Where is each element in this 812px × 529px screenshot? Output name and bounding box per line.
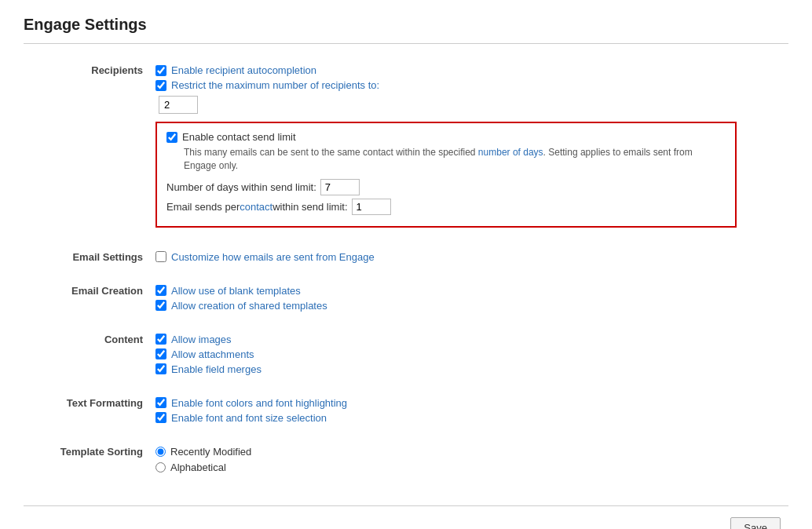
recipients-row: Recipients Enable recipient autocompleti… xyxy=(24,60,788,237)
save-button[interactable]: Save xyxy=(730,517,781,529)
email-creation-content: Allow use of blank templates Allow creat… xyxy=(149,280,788,319)
text-formatting-row: Text Formatting Enable font colors and f… xyxy=(24,392,788,432)
allow-attachments-row: Allow attachments xyxy=(155,348,782,360)
max-recipients-checkbox[interactable] xyxy=(155,80,166,91)
recipients-content: Enable recipient autocompletion Restrict… xyxy=(149,60,788,237)
alphabetical-label[interactable]: Alphabetical xyxy=(170,462,226,473)
email-sends-label2: contact xyxy=(240,201,272,213)
send-limit-desc: This many emails can be sent to the same… xyxy=(184,146,726,173)
autocompletion-label[interactable]: Enable recipient autocompletion xyxy=(171,64,316,76)
content-row: Content Allow images Allow attachments E… xyxy=(24,329,788,383)
email-sends-label1: Email sends per xyxy=(166,201,240,213)
days-row: Number of days within send limit: xyxy=(166,179,726,195)
shared-templates-row: Allow creation of shared templates xyxy=(155,300,782,312)
font-colors-row: Enable font colors and font highlighting xyxy=(155,397,782,409)
recently-modified-label[interactable]: Recently Modified xyxy=(170,446,251,458)
blank-templates-label[interactable]: Allow use of blank templates xyxy=(171,285,301,297)
max-recipients-input[interactable] xyxy=(159,96,198,114)
max-recipients-label[interactable]: Restrict the maximum number of recipient… xyxy=(171,79,379,91)
recently-modified-radio[interactable] xyxy=(155,447,166,457)
send-limit-label[interactable]: Enable contact send limit xyxy=(182,131,296,143)
text-formatting-content: Enable font colors and font highlighting… xyxy=(149,392,788,432)
settings-table: Recipients Enable recipient autocompleti… xyxy=(24,60,788,482)
autocompletion-checkbox[interactable] xyxy=(155,65,166,76)
days-label: Number of days within send limit: xyxy=(166,181,316,193)
allow-attachments-checkbox[interactable] xyxy=(155,348,166,359)
send-limit-checkbox[interactable] xyxy=(166,132,177,143)
send-limit-desc1: This many emails can be sent to the same… xyxy=(184,147,478,158)
email-creation-label: Email Creation xyxy=(24,280,149,319)
spacer3 xyxy=(24,319,788,329)
send-limit-checkbox-row: Enable contact send limit xyxy=(166,131,726,143)
email-settings-row: Email Settings Customize how emails are … xyxy=(24,246,788,271)
text-formatting-label: Text Formatting xyxy=(24,392,149,432)
email-settings-content: Customize how emails are sent from Engag… xyxy=(149,246,788,271)
allow-images-checkbox[interactable] xyxy=(155,334,166,345)
page-title: Engage Settings xyxy=(24,16,788,44)
font-colors-label[interactable]: Enable font colors and font highlighting xyxy=(171,397,347,409)
template-sorting-content: Recently Modified Alphabetical xyxy=(149,441,788,482)
font-size-label[interactable]: Enable font and font size selection xyxy=(171,412,327,424)
template-sorting-row: Template Sorting Recently Modified Alpha… xyxy=(24,441,788,482)
customize-row: Customize how emails are sent from Engag… xyxy=(155,251,782,263)
autocompletion-row: Enable recipient autocompletion xyxy=(155,64,782,76)
send-limit-box: Enable contact send limit This many emai… xyxy=(155,122,737,228)
alphabetical-row: Alphabetical xyxy=(155,462,782,473)
content-content: Allow images Allow attachments Enable fi… xyxy=(149,329,788,383)
blank-templates-checkbox[interactable] xyxy=(155,285,166,296)
email-creation-row: Email Creation Allow use of blank templa… xyxy=(24,280,788,319)
font-size-checkbox[interactable] xyxy=(155,412,166,423)
email-settings-label: Email Settings xyxy=(24,246,149,271)
spacer4 xyxy=(24,383,788,392)
days-input[interactable] xyxy=(320,179,360,195)
field-merges-label[interactable]: Enable field merges xyxy=(171,363,262,375)
field-merges-checkbox[interactable] xyxy=(155,363,166,374)
shared-templates-checkbox[interactable] xyxy=(155,300,166,311)
spacer1 xyxy=(24,237,788,246)
email-sends-label3: within send limit: xyxy=(272,201,347,213)
email-sends-row: Email sends per contact within send limi… xyxy=(166,199,726,215)
template-sorting-label: Template Sorting xyxy=(24,441,149,482)
footer-bar: Save xyxy=(24,505,788,529)
content-label: Content xyxy=(24,329,149,383)
shared-templates-label[interactable]: Allow creation of shared templates xyxy=(171,300,327,312)
font-colors-checkbox[interactable] xyxy=(155,397,166,408)
customize-label[interactable]: Customize how emails are sent from Engag… xyxy=(171,251,375,263)
allow-images-label[interactable]: Allow images xyxy=(171,334,232,345)
spacer2 xyxy=(24,271,788,280)
blank-templates-row: Allow use of blank templates xyxy=(155,285,782,297)
recently-modified-row: Recently Modified xyxy=(155,446,782,458)
font-size-row: Enable font and font size selection xyxy=(155,412,782,424)
email-sends-input[interactable] xyxy=(352,199,391,215)
max-recipients-input-row xyxy=(155,96,782,114)
recipients-label: Recipients xyxy=(24,60,149,237)
customize-checkbox[interactable] xyxy=(155,251,166,262)
page-container: Engage Settings Recipients Enable recipi… xyxy=(0,0,812,529)
spacer5 xyxy=(24,432,788,441)
send-limit-desc-link: number of days xyxy=(478,147,543,158)
allow-images-row: Allow images xyxy=(155,334,782,345)
allow-attachments-label[interactable]: Allow attachments xyxy=(171,348,254,360)
field-merges-row: Enable field merges xyxy=(155,363,782,375)
max-recipients-row: Restrict the maximum number of recipient… xyxy=(155,79,782,91)
alphabetical-radio[interactable] xyxy=(155,462,166,472)
